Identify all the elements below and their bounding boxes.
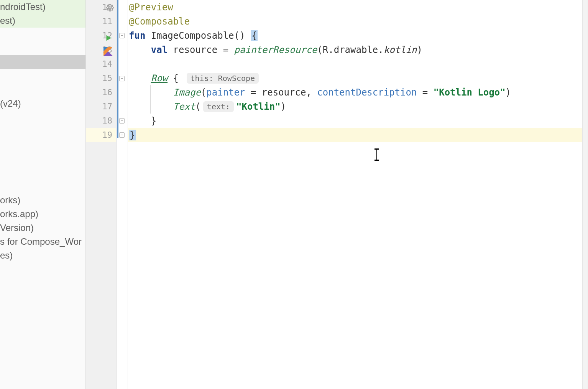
editor-window: ndroidTest) est) (v24) orks) orks.app) V… — [0, 0, 588, 389]
fold-icon[interactable]: − — [119, 118, 125, 124]
tree-item[interactable]: Version) — [0, 221, 85, 235]
tree-item[interactable]: es) — [0, 249, 85, 262]
annotation: @Composable — [129, 16, 190, 27]
tree-item[interactable]: (v24) — [0, 97, 85, 110]
tree-item[interactable] — [0, 110, 85, 124]
svg-point-0 — [109, 7, 111, 9]
function-name: ImageComposable — [151, 30, 234, 41]
code-line[interactable]: @Composable — [128, 14, 588, 28]
code-line[interactable]: val resource = painterResource(R.drawabl… — [128, 43, 588, 57]
line-number[interactable]: 16 — [86, 85, 116, 99]
project-tree[interactable]: ndroidTest) est) (v24) orks) orks.app) V… — [0, 0, 86, 389]
tree-item[interactable] — [0, 41, 85, 55]
string-literal: "Kotlin" — [236, 101, 281, 112]
tree-item-label: (v24) — [0, 98, 21, 109]
code-line[interactable] — [128, 57, 588, 71]
resource-name: kotlin — [384, 45, 417, 55]
tree-item[interactable] — [0, 83, 85, 97]
code-line[interactable]: Row { this: RowScope — [128, 71, 588, 85]
tree-item-label: Version) — [0, 223, 34, 233]
string-literal: "Kotlin Logo" — [434, 87, 506, 98]
tree-item[interactable]: ndroidTest) — [0, 0, 85, 14]
keyword-val: val — [151, 45, 168, 55]
code-line-current[interactable]: } — [128, 128, 588, 142]
fold-icon[interactable]: − — [119, 132, 125, 138]
line-number[interactable]: 11 — [86, 14, 116, 28]
tree-item[interactable] — [0, 69, 85, 83]
call-painterresource: painterResource — [234, 45, 317, 55]
line-number[interactable]: 17 — [86, 99, 116, 114]
tree-item[interactable] — [0, 28, 85, 41]
brace-match: { — [251, 30, 258, 41]
scrollbar-vertical[interactable] — [582, 0, 588, 389]
tree-item-label: orks.app) — [0, 209, 38, 219]
run-icon[interactable] — [104, 34, 113, 45]
resource-path: R.drawable. — [323, 45, 384, 55]
tree-item[interactable]: orks.app) — [0, 207, 85, 221]
text-caret-icon — [376, 150, 377, 160]
fold-icon[interactable]: − — [119, 33, 125, 38]
code-line[interactable]: } — [128, 114, 588, 128]
param-contentdescription: contentDescription — [317, 87, 417, 98]
call-image: Image — [173, 87, 201, 98]
fold-icon[interactable]: − — [119, 76, 125, 81]
call-row: Row — [151, 73, 168, 84]
gutter[interactable]: 10 11 12 13 14 15 16 17 18 19 — [86, 0, 117, 389]
code-editor[interactable]: @Preview @Composable fun ImageComposable… — [128, 0, 588, 389]
tree-item[interactable] — [0, 152, 85, 166]
inlay-hint: this: RowScope — [187, 73, 259, 84]
line-number[interactable]: 14 — [86, 57, 116, 71]
call-text: Text — [173, 101, 195, 112]
line-number-current[interactable]: 19 — [86, 128, 116, 142]
inlay-hint: text: — [203, 101, 234, 112]
tree-item-label: s for Compose_Wor — [0, 236, 82, 247]
line-number[interactable]: 15 — [86, 71, 116, 85]
tree-item[interactable]: orks) — [0, 193, 85, 207]
annotation: @Preview — [129, 2, 173, 13]
kotlin-icon[interactable] — [103, 47, 113, 58]
svg-marker-1 — [107, 35, 112, 41]
tree-item[interactable] — [0, 124, 85, 138]
identifier: resource — [173, 45, 218, 55]
tree-item[interactable] — [0, 166, 85, 180]
line-number[interactable]: 18 — [86, 114, 116, 128]
code-line[interactable]: fun ImageComposable() { — [128, 28, 588, 43]
code-line[interactable]: Image(painter = resource, contentDescrip… — [128, 85, 588, 99]
tree-item-selected[interactable] — [0, 55, 85, 69]
keyword-fun: fun — [129, 30, 145, 41]
change-marker — [117, 0, 118, 138]
code-line[interactable]: @Preview — [128, 0, 588, 14]
tree-item[interactable] — [0, 138, 85, 152]
tree-item-label: orks) — [0, 195, 20, 206]
code-line[interactable]: Text(text:"Kotlin") — [128, 99, 588, 114]
param-painter: painter — [206, 87, 245, 98]
tree-item-label: est) — [0, 15, 15, 26]
tree-item[interactable]: s for Compose_Wor — [0, 235, 85, 249]
tree-item[interactable] — [0, 180, 85, 193]
indent-guide — [150, 85, 151, 114]
brace-match: } — [129, 130, 136, 140]
tree-item-label: ndroidTest) — [0, 2, 46, 12]
fold-strip[interactable]: − − − − — [117, 0, 128, 389]
tree-item[interactable]: est) — [0, 14, 85, 28]
gear-icon[interactable] — [106, 3, 114, 14]
tree-item-label: es) — [0, 250, 13, 261]
identifier: resource — [262, 87, 306, 98]
